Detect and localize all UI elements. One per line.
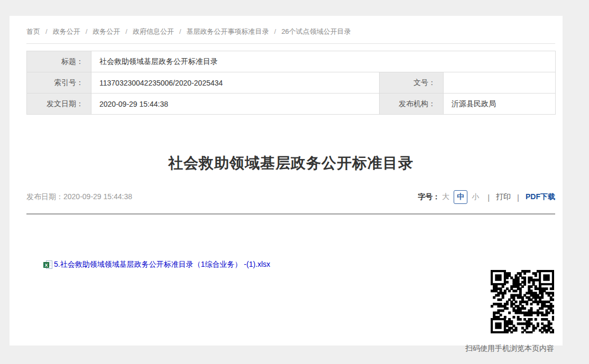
pdf-download-button[interactable]: PDF下载 xyxy=(526,192,555,202)
toolbar-divider: | xyxy=(487,193,490,202)
qr-caption: 扫码使用手机浏览本页内容 xyxy=(465,344,554,353)
breadcrumb-separator: / xyxy=(274,27,277,35)
content-card: 首页/政务公开/政务公开/政府信息公开/基层政务公开事项标准目录/26个试点领域… xyxy=(10,16,563,346)
meta-title-value: 社会救助领域基层政务公开标准目录 xyxy=(91,51,556,72)
attachment-row: X 5.社会救助领域领域基层政务公开标准目录（1综合业务） -(1).xlsx xyxy=(43,260,270,269)
breadcrumb-item-zhengwu-1[interactable]: 政务公开 xyxy=(53,27,80,35)
meta-docnum-label: 文号： xyxy=(380,72,444,94)
attachment-link[interactable]: 5.社会救助领域领域基层政务公开标准目录（1综合业务） -(1).xlsx xyxy=(54,260,270,269)
qr-block: 扫码使用手机浏览本页内容 xyxy=(465,270,554,353)
meta-index-label: 索引号： xyxy=(27,72,91,94)
table-row: 发文日期： 2020-09-29 15:44:38 发布机构： 沂源县民政局 xyxy=(27,94,556,115)
font-size-large-button[interactable]: 大 xyxy=(442,192,449,202)
lower-section: X 5.社会救助领域领域基层政务公开标准目录（1综合业务） -(1).xlsx … xyxy=(26,214,555,353)
font-size-medium-button[interactable]: 中 xyxy=(454,190,467,204)
table-row: 标题： 社会救助领域基层政务公开标准目录 xyxy=(27,51,556,72)
breadcrumb-separator: / xyxy=(125,27,127,35)
article-meta-row: 发布日期：2020-09-29 15:44:38 字号： 大 中 小 | 打印 … xyxy=(26,190,555,204)
publish-date: 发布日期：2020-09-29 15:44:38 xyxy=(26,192,132,202)
article-toolbar: 字号： 大 中 小 | 打印 | PDF下载 xyxy=(418,190,555,204)
breadcrumb-separator: / xyxy=(179,27,181,35)
breadcrumb-item-pilot-catalog[interactable]: 26个试点领域公开目录 xyxy=(281,27,351,35)
publish-date-label: 发布日期： xyxy=(26,192,63,201)
breadcrumb-item-gov-info[interactable]: 政府信息公开 xyxy=(133,27,174,35)
breadcrumb-separator: / xyxy=(45,27,48,35)
breadcrumb-item-zhengwu-2[interactable]: 政务公开 xyxy=(93,27,120,35)
table-row: 索引号： 113703230042235006/2020-2025434 文号： xyxy=(27,72,556,94)
breadcrumb-item-standard-catalog[interactable]: 基层政务公开事项标准目录 xyxy=(187,27,269,35)
breadcrumb-separator: / xyxy=(86,27,88,35)
meta-docnum-value xyxy=(444,72,556,94)
meta-title-label: 标题： xyxy=(27,51,91,72)
font-size-small-button[interactable]: 小 xyxy=(472,192,479,202)
meta-index-value: 113703230042235006/2020-2025434 xyxy=(91,72,380,94)
publish-date-value: 2020-09-29 15:44:38 xyxy=(63,192,132,201)
document-meta-table: 标题： 社会救助领域基层政务公开标准目录 索引号： 11370323004223… xyxy=(26,51,556,115)
toolbar-divider: | xyxy=(517,193,519,202)
excel-file-icon: X xyxy=(43,260,52,269)
breadcrumb-item-home[interactable]: 首页 xyxy=(26,27,40,35)
qr-code xyxy=(491,270,554,333)
print-button[interactable]: 打印 xyxy=(496,192,511,202)
meta-agency-label: 发布机构： xyxy=(380,94,444,115)
meta-date-value: 2020-09-29 15:44:38 xyxy=(91,94,380,115)
svg-text:X: X xyxy=(44,263,48,268)
page-title: 社会救助领域基层政务公开标准目录 xyxy=(26,153,555,173)
font-size-label: 字号： xyxy=(418,192,440,202)
meta-date-label: 发文日期： xyxy=(27,94,91,115)
meta-agency-value: 沂源县民政局 xyxy=(444,94,556,115)
breadcrumb: 首页/政务公开/政务公开/政府信息公开/基层政务公开事项标准目录/26个试点领域… xyxy=(26,16,555,44)
